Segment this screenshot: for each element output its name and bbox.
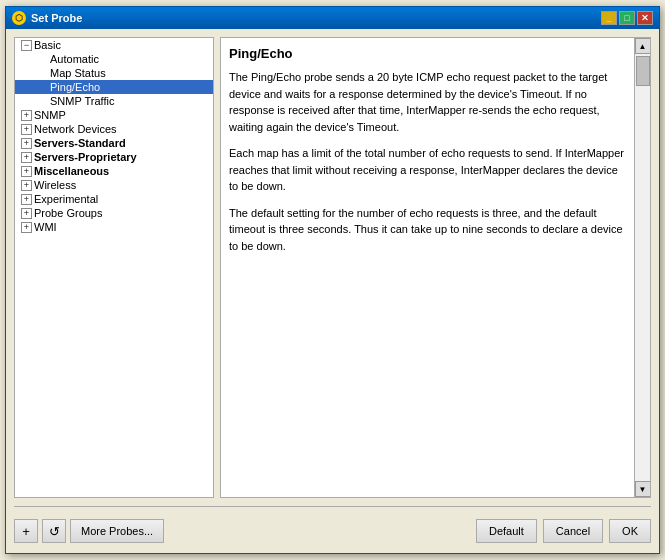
maximize-button[interactable]: □: [619, 11, 635, 25]
detail-paragraph-2: Each map has a limit of the total number…: [229, 145, 624, 195]
expand-serversproprietary[interactable]: +: [21, 152, 32, 163]
expand-experimental[interactable]: +: [21, 194, 32, 205]
detail-body: The Ping/Echo probe sends a 20 byte ICMP…: [229, 69, 624, 254]
expand-wmi[interactable]: +: [21, 222, 32, 233]
cancel-button[interactable]: Cancel: [543, 519, 603, 543]
window-icon: ⬡: [12, 11, 26, 25]
more-probes-button[interactable]: More Probes...: [70, 519, 164, 543]
expand-networkdevices[interactable]: +: [21, 124, 32, 135]
close-button[interactable]: ✕: [637, 11, 653, 25]
tree-item-automatic[interactable]: Automatic: [15, 52, 213, 66]
title-bar-buttons: _ □ ✕: [601, 11, 653, 25]
tree-item-experimental[interactable]: + Experimental: [15, 192, 213, 206]
tree-item-miscellaneous[interactable]: + Miscellaneous: [15, 164, 213, 178]
tree-item-probegroups[interactable]: + Probe Groups: [15, 206, 213, 220]
expand-snmp[interactable]: +: [21, 110, 32, 121]
bottom-right-buttons: Default Cancel OK: [476, 519, 651, 543]
toolbar-separator: [14, 506, 651, 507]
tree-item-pingecho[interactable]: Ping/Echo: [15, 80, 213, 94]
tree-item-serversproprietary[interactable]: + Servers-Proprietary: [15, 150, 213, 164]
tree-item-networkdevices[interactable]: + Network Devices: [15, 122, 213, 136]
tree-item-snmptraffic[interactable]: SNMP Traffic: [15, 94, 213, 108]
tree-item-snmp[interactable]: + SNMP: [15, 108, 213, 122]
default-button[interactable]: Default: [476, 519, 537, 543]
add-button[interactable]: +: [14, 519, 38, 543]
scroll-thumb[interactable]: [636, 56, 650, 86]
main-panels: − Basic Automatic Map Status Ping/Echo: [14, 37, 651, 498]
tree-panel[interactable]: − Basic Automatic Map Status Ping/Echo: [14, 37, 214, 498]
minimize-button[interactable]: _: [601, 11, 617, 25]
expand-basic[interactable]: −: [21, 40, 32, 51]
expand-miscellaneous[interactable]: +: [21, 166, 32, 177]
detail-paragraph-1: The Ping/Echo probe sends a 20 byte ICMP…: [229, 69, 624, 135]
scroll-down-arrow[interactable]: ▼: [635, 481, 651, 497]
expand-wireless[interactable]: +: [21, 180, 32, 191]
scroll-up-arrow[interactable]: ▲: [635, 38, 651, 54]
ok-button[interactable]: OK: [609, 519, 651, 543]
expand-probegroups[interactable]: +: [21, 208, 32, 219]
tree-item-basic[interactable]: − Basic: [15, 38, 213, 52]
tree-item-mapstatus[interactable]: Map Status: [15, 66, 213, 80]
expand-serversstandard[interactable]: +: [21, 138, 32, 149]
tree-item-serversstandard[interactable]: + Servers-Standard: [15, 136, 213, 150]
refresh-button[interactable]: ↺: [42, 519, 66, 543]
window-title: Set Probe: [31, 12, 82, 24]
set-probe-window: ⬡ Set Probe _ □ ✕ − Basic Automatic: [5, 6, 660, 554]
tree-item-wireless[interactable]: + Wireless: [15, 178, 213, 192]
content-area: − Basic Automatic Map Status Ping/Echo: [6, 29, 659, 553]
detail-title: Ping/Echo: [229, 46, 624, 61]
bottom-toolbar: + ↺ More Probes... Default Cancel OK: [14, 515, 651, 545]
bottom-left-buttons: + ↺ More Probes...: [14, 519, 164, 543]
detail-panel: Ping/Echo The Ping/Echo probe sends a 20…: [220, 37, 651, 498]
detail-paragraph-3: The default setting for the number of ec…: [229, 205, 624, 255]
title-bar: ⬡ Set Probe _ □ ✕: [6, 7, 659, 29]
tree-item-wmi[interactable]: + WMI: [15, 220, 213, 234]
scrollbar[interactable]: ▲ ▼: [634, 38, 650, 497]
